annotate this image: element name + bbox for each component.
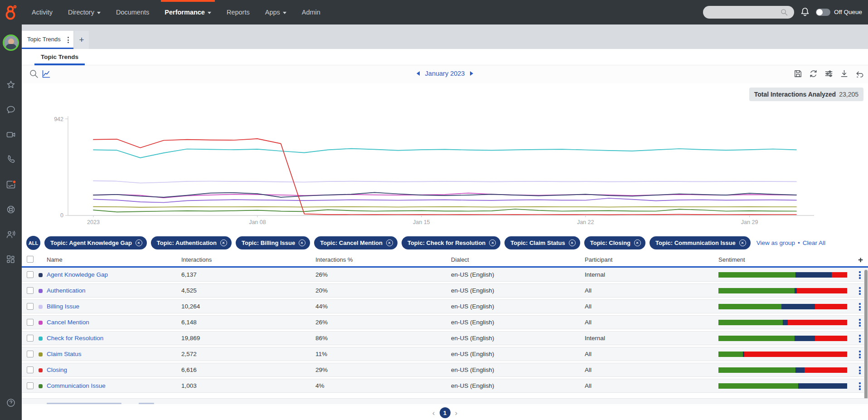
scrollbar-thumb[interactable] — [864, 270, 868, 400]
topic-name-link[interactable]: Closing — [47, 366, 67, 373]
nav-item-label: Apps — [265, 9, 280, 16]
notifications-bell-icon[interactable] — [800, 7, 810, 18]
topic-name-link[interactable]: Authentication — [47, 287, 86, 294]
row-checkbox[interactable] — [27, 319, 34, 326]
row-checkbox[interactable] — [27, 335, 34, 342]
interactions-value: 19,869 — [181, 335, 200, 342]
topic-color-dot — [39, 289, 43, 293]
queue-status-toggle[interactable] — [816, 9, 830, 16]
filter-chip-closing[interactable]: Topic: Closing — [584, 236, 645, 249]
previous-page-chevron-icon[interactable]: ‹ — [432, 409, 435, 417]
row-menu-kebab-icon[interactable] — [858, 302, 862, 312]
current-page-button[interactable]: 1 — [440, 407, 451, 418]
row-menu-kebab-icon[interactable] — [858, 334, 862, 343]
table-header: + NameInteractionsInteractions %DialectP… — [22, 253, 868, 268]
apps-grid-icon[interactable] — [5, 254, 16, 265]
topic-name-link[interactable]: Billing Issue — [47, 303, 79, 310]
sentiment-segment-negative — [744, 352, 847, 357]
nav-item-label: Reports — [227, 9, 250, 16]
column-header-name[interactable]: Name — [47, 256, 63, 263]
row-menu-kebab-icon[interactable] — [858, 270, 862, 280]
nav-item-apps[interactable]: Apps — [265, 0, 286, 24]
chip-close-icon[interactable] — [220, 239, 227, 246]
nav-item-activity[interactable]: Activity — [32, 0, 53, 24]
chip-close-icon[interactable] — [136, 239, 142, 246]
genesys-logo-icon[interactable] — [4, 5, 19, 20]
view-as-group-link[interactable]: View as group — [756, 239, 795, 246]
refresh-icon[interactable] — [809, 69, 818, 78]
next-month-arrow-icon[interactable] — [470, 71, 473, 76]
select-all-checkbox[interactable] — [27, 256, 34, 263]
row-checkbox[interactable] — [27, 287, 34, 294]
topic-name-link[interactable]: Check for Resolution — [47, 335, 103, 342]
interactions-value: 6,148 — [181, 319, 197, 326]
chevron-down-icon — [97, 12, 101, 14]
undo-icon[interactable] — [855, 69, 864, 78]
user-avatar[interactable] — [3, 34, 19, 51]
column-header-dialect[interactable]: Dialect — [451, 256, 469, 263]
tab-topic-trends[interactable]: Topic Trends — [22, 31, 73, 49]
column-header-interactions[interactable]: Interactions — [181, 256, 212, 263]
chip-close-icon[interactable] — [739, 239, 746, 246]
topic-name-link[interactable]: Communication Issue — [47, 382, 106, 389]
next-page-chevron-icon[interactable]: › — [455, 409, 458, 417]
sentiment-bar — [718, 367, 847, 373]
chip-close-icon[interactable] — [569, 239, 576, 246]
chip-close-icon[interactable] — [489, 239, 496, 246]
help-icon[interactable] — [5, 397, 16, 408]
row-checkbox[interactable] — [27, 382, 34, 389]
nav-item-directory[interactable]: Directory — [68, 0, 101, 24]
topic-name-link[interactable]: Agent Knowledge Gap — [47, 271, 108, 278]
performance-workspace-icon[interactable] — [5, 179, 16, 190]
row-menu-kebab-icon[interactable] — [858, 350, 862, 359]
row-menu-kebab-icon[interactable] — [858, 318, 862, 327]
filter-chip-check-for-resolution[interactable]: Topic: Check for Resolution — [402, 236, 500, 249]
filter-settings-icon[interactable] — [824, 69, 834, 78]
filter-chip-communication-issue[interactable]: Topic: Communication Issue — [650, 236, 751, 249]
nav-item-documents[interactable]: Documents — [116, 0, 149, 24]
row-menu-kebab-icon[interactable] — [858, 286, 862, 296]
download-icon[interactable] — [839, 69, 849, 78]
table-scrollbar[interactable] — [864, 269, 868, 401]
row-checkbox[interactable] — [27, 303, 34, 310]
row-menu-kebab-icon[interactable] — [858, 366, 862, 375]
previous-month-arrow-icon[interactable] — [417, 71, 420, 76]
column-header-sentiment[interactable]: Sentiment — [718, 256, 745, 263]
topic-color-dot — [39, 321, 43, 325]
new-tab-button[interactable]: + — [74, 31, 89, 49]
row-checkbox[interactable] — [27, 271, 34, 278]
date-range-label[interactable]: January 2023 — [425, 70, 465, 77]
agent-assist-icon[interactable] — [5, 229, 16, 240]
filter-chip-authentication[interactable]: Topic: Authentication — [151, 236, 232, 249]
filter-chip-claim-status[interactable]: Topic: Claim Status — [504, 236, 580, 249]
clear-all-link[interactable]: Clear All — [803, 239, 825, 246]
nav-item-performance[interactable]: Performance — [165, 0, 211, 24]
support-lifering-icon[interactable] — [5, 204, 16, 215]
phone-icon[interactable] — [5, 154, 16, 165]
tab-menu-kebab-icon[interactable] — [67, 36, 70, 44]
filter-chip-cancel-mention[interactable]: Topic: Cancel Mention — [314, 236, 398, 249]
video-icon[interactable] — [5, 129, 16, 140]
filter-chip-agent-knowledge-gap[interactable]: Topic: Agent Knowledge Gap — [44, 236, 147, 249]
add-column-icon[interactable]: + — [858, 255, 863, 265]
interactions-pct-value: 20% — [315, 287, 328, 294]
column-header-participant[interactable]: Participant — [585, 256, 612, 263]
subtab-topic-trends[interactable]: Topic Trends — [34, 51, 85, 65]
row-menu-kebab-icon[interactable] — [858, 381, 862, 391]
column-header-interactions[interactable]: Interactions % — [315, 256, 353, 263]
chat-icon[interactable] — [5, 104, 16, 115]
row-checkbox[interactable] — [27, 351, 34, 357]
row-checkbox[interactable] — [27, 366, 34, 373]
filter-chip-all[interactable]: ALL — [26, 236, 40, 250]
save-icon[interactable] — [793, 69, 803, 78]
nav-item-reports[interactable]: Reports — [227, 0, 250, 24]
chip-close-icon[interactable] — [634, 239, 641, 246]
chip-close-icon[interactable] — [386, 239, 393, 246]
chip-close-icon[interactable] — [299, 239, 305, 246]
topic-name-link[interactable]: Claim Status — [47, 351, 82, 357]
topic-trends-line-chart[interactable]: 94202023Jan 08Jan 15Jan 22Jan 29 — [22, 112, 847, 228]
topic-name-link[interactable]: Cancel Mention — [47, 319, 89, 326]
favorites-star-icon[interactable] — [5, 79, 16, 90]
nav-item-admin[interactable]: Admin — [302, 0, 320, 24]
filter-chip-billing-issue[interactable]: Topic: Billing Issue — [236, 236, 310, 249]
